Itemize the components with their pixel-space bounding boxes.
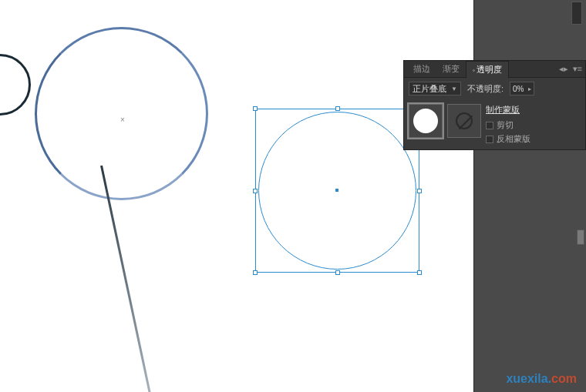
resize-handle-top-left[interactable] [253, 106, 258, 111]
circle-shape-small [0, 54, 31, 116]
invert-mask-checkbox[interactable]: 反相蒙版 [486, 133, 530, 145]
selection-center-point [335, 189, 338, 192]
scrollbar-thumb[interactable] [577, 230, 584, 245]
anchor-x-icon: × [120, 116, 125, 124]
panel-collapse-icon[interactable]: ◂▸ [559, 64, 568, 74]
tab-transparency[interactable]: 透明度 [466, 61, 509, 79]
resize-handle-middle-right[interactable] [417, 189, 422, 193]
panel-menu-icon[interactable]: ▾≡ [573, 64, 582, 74]
chevron-down-icon: ▸ [528, 85, 531, 92]
panel-dock [473, 0, 586, 392]
no-mask-icon [456, 112, 473, 129]
resize-handle-bottom-right[interactable] [417, 270, 422, 275]
clip-label: 剪切 [497, 119, 514, 131]
object-thumbnail[interactable] [409, 104, 443, 138]
resize-handle-bottom-left[interactable] [253, 270, 258, 275]
checkbox-box [486, 136, 493, 143]
clip-checkbox[interactable]: 剪切 [486, 119, 530, 131]
opacity-input[interactable]: 0% ▸ [510, 82, 534, 95]
tab-gradient[interactable]: 渐变 [436, 61, 466, 77]
watermark: xuexila.com [506, 372, 577, 386]
checkbox-box [486, 122, 493, 129]
panel-tab-bar: 描边 渐变 透明度 ◂▸ ▾≡ [404, 61, 585, 78]
mask-thumbnail-empty[interactable] [447, 104, 481, 138]
chevron-down-icon: ▼ [451, 85, 457, 92]
artboard[interactable]: × [0, 0, 473, 392]
dock-toggle[interactable] [571, 2, 582, 25]
blend-mode-value: 正片叠底 [413, 83, 446, 95]
tab-stroke[interactable]: 描边 [407, 61, 436, 77]
opacity-value: 0% [513, 85, 524, 93]
thumbnail-preview [413, 109, 438, 133]
resize-handle-bottom-center[interactable] [335, 270, 340, 275]
resize-handle-middle-left[interactable] [253, 189, 258, 193]
blend-mode-dropdown[interactable]: 正片叠底 ▼ [409, 82, 461, 95]
transparency-panel: 描边 渐变 透明度 ◂▸ ▾≡ 正片叠底 ▼ 不透明度: 0% ▸ 制作蒙版 剪… [403, 60, 586, 150]
circle-shape-large [35, 27, 208, 200]
opacity-label: 不透明度: [467, 83, 503, 95]
resize-handle-top-center[interactable] [335, 106, 340, 111]
make-mask-link[interactable]: 制作蒙版 [486, 104, 530, 116]
invert-mask-label: 反相蒙版 [497, 133, 530, 145]
